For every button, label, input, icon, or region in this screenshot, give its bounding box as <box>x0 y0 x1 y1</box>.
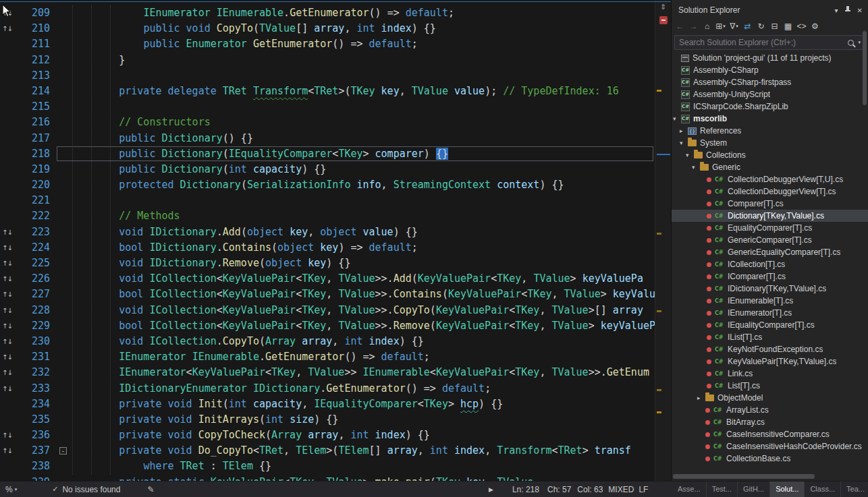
editor-scrollbar[interactable]: ⇕ <box>655 0 671 481</box>
tree-item-bitarray-cs[interactable]: C#BitArray.cs <box>672 416 868 428</box>
issues-status[interactable]: ✓ No issues found <box>52 485 120 494</box>
code-line-218[interactable]: 218 public Dictionary(IEqualityComparer<… <box>0 146 655 162</box>
code-line-233[interactable]: ↑↓233 IDictionaryEnumerator IDictionary.… <box>0 381 655 397</box>
tree-item-arraylist-cs[interactable]: C#ArrayList.cs <box>672 404 868 416</box>
play-icon[interactable]: ▶ <box>489 486 493 493</box>
implements-margin-icon[interactable]: ↑↓ <box>2 256 12 271</box>
expanded-arrow-icon[interactable]: ▾ <box>673 115 681 122</box>
panel-tab-solut[interactable]: Solut... <box>770 481 805 497</box>
code-line-215[interactable]: 215 <box>0 99 655 115</box>
code-line-211[interactable]: 211 public Enumerator GetEnumerator() =>… <box>0 36 655 52</box>
close-icon[interactable]: ✕ <box>857 7 863 14</box>
line-number[interactable]: 225 <box>13 256 50 271</box>
indentation-indicator[interactable]: MIXED <box>608 485 634 494</box>
line-number[interactable]: 235 <box>13 412 50 428</box>
refresh-icon[interactable]: ↻ <box>755 20 767 33</box>
code-editor[interactable]: ↑↓209 IEnumerator IEnumerable.GetEnumera… <box>0 0 655 481</box>
code-line-227[interactable]: ↑↓227 bool ICollection<KeyValuePair<TKey… <box>0 287 655 302</box>
implements-margin-icon[interactable]: ↑↓ <box>2 349 12 365</box>
tree-item-link-cs[interactable]: C#Link.cs <box>672 368 868 380</box>
code-line-209[interactable]: ↑↓209 IEnumerator IEnumerable.GetEnumera… <box>0 5 655 21</box>
line-number[interactable]: 227 <box>13 287 50 302</box>
code-line-228[interactable]: ↑↓228 void ICollection<KeyValuePair<TKey… <box>0 303 655 318</box>
line-number[interactable]: 209 <box>13 5 50 21</box>
line-number[interactable]: 213 <box>13 68 50 84</box>
tree-item-equalitycomparer-t-cs[interactable]: C#EqualityComparer[T].cs <box>672 222 868 234</box>
code-line-224[interactable]: ↑↓224 bool IDictionary.Contains(object k… <box>0 240 655 256</box>
code-line-226[interactable]: ↑↓226 void ICollection<KeyValuePair<TKey… <box>0 271 655 287</box>
implements-margin-icon[interactable]: ↑↓ <box>2 334 12 349</box>
tree-item-collections[interactable]: ▾Collections <box>672 149 868 161</box>
back-icon[interactable]: ← <box>674 20 686 33</box>
line-number[interactable]: 214 <box>13 84 50 99</box>
chevron-down-icon[interactable]: ▾ <box>858 40 861 45</box>
line-number[interactable]: 217 <box>13 131 50 146</box>
collapse-all-icon[interactable]: ⊟ <box>768 20 781 33</box>
tree-item-collectiondebuggerview-t-cs[interactable]: C#CollectionDebuggerView[T].cs <box>672 185 868 198</box>
line-number[interactable]: 234 <box>13 397 50 412</box>
character-indicator[interactable]: Ch: 57 <box>547 485 571 494</box>
tree-item-collectionbase-cs[interactable]: C#CollectionBase.cs <box>672 452 868 465</box>
tree-item-references[interactable]: ▸{}References <box>672 125 868 137</box>
line-ending-indicator[interactable]: LF <box>639 485 648 494</box>
tree-item-list-t-cs[interactable]: C#List[T].cs <box>672 380 868 392</box>
implements-margin-icon[interactable]: ↑↓ <box>2 271 12 287</box>
collapsed-arrow-icon[interactable]: ▸ <box>697 394 705 401</box>
code-line-212[interactable]: 212 } <box>0 53 655 68</box>
panel-tab-test[interactable]: Test... <box>707 481 738 497</box>
tree-item-mscorlib[interactable]: ▾C#mscorlib <box>672 113 868 125</box>
tree-item-idictionary-tkey-tvalue-cs[interactable]: C#IDictionary[TKey,TValue].cs <box>672 283 868 295</box>
tree-vertical-scrollbar[interactable] <box>863 31 867 105</box>
code-line-239[interactable]: 239 private static KeyValuePair<TKey, TV… <box>0 475 655 481</box>
tree-item-icollection-t-cs[interactable]: C#ICollection[T].cs <box>672 258 868 270</box>
search-input[interactable] <box>679 38 848 47</box>
implements-margin-icon[interactable]: ↑↓ <box>2 225 12 240</box>
code-line-216[interactable]: 216 // Constructors <box>0 115 655 130</box>
tree-item-system[interactable]: ▾System <box>672 137 868 149</box>
tree-item-ienumerator-t-cs[interactable]: C#IEnumerator[T].cs <box>672 307 868 319</box>
show-all-files-icon[interactable]: ▦ <box>782 20 794 33</box>
tree-item-generic[interactable]: ▾Generic <box>672 161 868 173</box>
forward-icon[interactable]: → <box>687 20 700 33</box>
tree-item-dictionary-tkey-tvalue-cs[interactable]: C#Dictionary[TKey,TValue].cs <box>672 210 868 222</box>
line-number[interactable]: 230 <box>13 334 50 349</box>
splitter-grip-icon[interactable]: ⇕ <box>655 3 671 11</box>
code-line-234[interactable]: 234 private void Init(int capacity, IEqu… <box>0 397 655 412</box>
line-number[interactable]: 237 <box>13 443 50 459</box>
view-code-icon[interactable]: <> <box>795 20 808 33</box>
code-line-225[interactable]: ↑↓225 void IDictionary.Remove(object key… <box>0 256 655 271</box>
zoom-control[interactable]: % ▾ <box>5 485 17 494</box>
line-number[interactable]: 238 <box>13 459 50 474</box>
document-health-indicator[interactable] <box>659 16 668 24</box>
line-number[interactable]: 223 <box>13 225 50 240</box>
line-number[interactable]: 216 <box>13 115 50 130</box>
tree-item-caseinsensitivecomparer-cs[interactable]: C#CaseInsensitiveComparer.cs <box>672 428 868 440</box>
tree-item-genericequalitycomparer-t-cs[interactable]: C#GenericEqualityComparer[T].cs <box>672 246 868 258</box>
pencil-icon[interactable]: ✎ <box>147 485 154 494</box>
tree-item-solution-project-gui-11-of-11-projects[interactable]: Solution 'project-gui' (11 of 11 project… <box>672 52 868 64</box>
code-line-220[interactable]: 220 protected Dictionary(SerializationIn… <box>0 177 655 193</box>
expanded-arrow-icon[interactable]: ▾ <box>692 164 700 171</box>
tree-item-assembly-unityscript[interactable]: C#Assembly-UnityScript <box>672 88 868 100</box>
line-number[interactable]: 212 <box>13 53 50 68</box>
code-line-232[interactable]: ↑↓232 IEnumerator<KeyValuePair<TKey, TVa… <box>0 365 655 380</box>
line-number[interactable]: 222 <box>13 208 50 224</box>
sync-with-active-document-icon[interactable]: ⇄ <box>741 20 754 33</box>
tree-item-icsharpcode-sharpziplib[interactable]: C#ICSharpCode.SharpZipLib <box>672 100 868 113</box>
code-line-214[interactable]: 214 private delegate TRet Transform<TRet… <box>0 84 655 99</box>
code-line-236[interactable]: ↑↓236 private void CopyToCheck(Array arr… <box>0 428 655 443</box>
collapsed-arrow-icon[interactable]: ▸ <box>680 127 688 134</box>
tree-item-objectmodel[interactable]: ▸ObjectModel <box>672 392 868 404</box>
implements-margin-icon[interactable]: ↑↓ <box>2 428 12 443</box>
line-number[interactable]: 236 <box>13 428 50 443</box>
line-number[interactable]: 219 <box>13 162 50 177</box>
implements-margin-icon[interactable]: ↑↓ <box>2 443 12 459</box>
tree-item-comparer-t-cs[interactable]: C#Comparer[T].cs <box>672 198 868 210</box>
tree-item-ilist-t-cs[interactable]: C#IList[T].cs <box>672 331 868 343</box>
pin-icon[interactable] <box>844 7 851 14</box>
code-line-231[interactable]: ↑↓231 IEnumerator IEnumerable.GetEnumera… <box>0 349 655 365</box>
code-line-235[interactable]: 235 private void InitArrays(int size) {} <box>0 412 655 428</box>
tree-item-iequalitycomparer-t-cs[interactable]: C#IEqualityComparer[T].cs <box>672 319 868 331</box>
line-number[interactable]: 220 <box>13 177 50 193</box>
code-line-213[interactable]: 213 <box>0 68 655 84</box>
